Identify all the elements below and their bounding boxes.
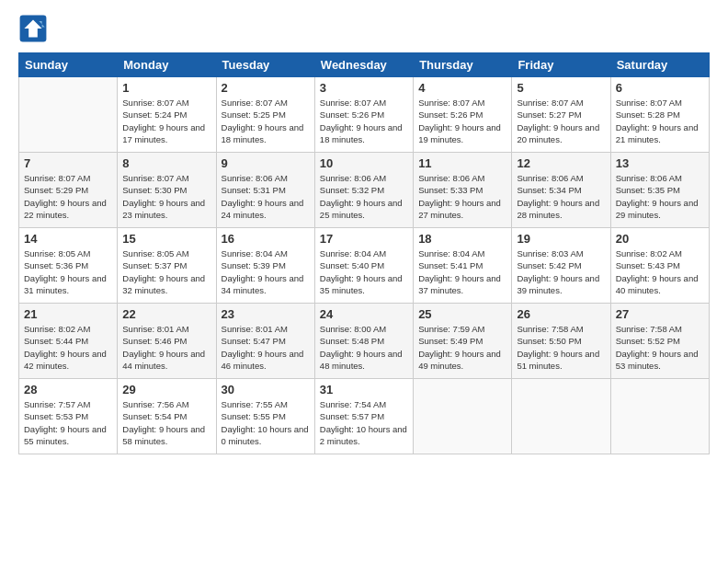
calendar-cell: 8Sunrise: 8:07 AMSunset: 5:30 PMDaylight… xyxy=(118,153,216,228)
day-number: 23 xyxy=(222,307,310,321)
calendar-cell: 30Sunrise: 7:55 AMSunset: 5:55 PMDayligh… xyxy=(216,379,314,454)
day-info: Sunrise: 8:07 AMSunset: 5:30 PMDaylight:… xyxy=(122,172,210,221)
day-number: 2 xyxy=(222,81,310,95)
day-number: 12 xyxy=(517,156,605,170)
week-row-5: 28Sunrise: 7:57 AMSunset: 5:53 PMDayligh… xyxy=(19,379,710,454)
logo xyxy=(18,14,51,43)
day-info: Sunrise: 8:07 AMSunset: 5:25 PMDaylight:… xyxy=(222,97,310,145)
day-info: Sunrise: 8:07 AMSunset: 5:28 PMDaylight:… xyxy=(616,97,704,145)
day-number: 31 xyxy=(320,383,408,396)
day-number: 28 xyxy=(24,383,112,396)
calendar-body: 1Sunrise: 8:07 AMSunset: 5:24 PMDaylight… xyxy=(19,77,710,454)
day-number: 19 xyxy=(517,232,605,246)
logo-icon xyxy=(18,14,48,43)
day-info: Sunrise: 8:07 AMSunset: 5:29 PMDaylight:… xyxy=(24,172,112,221)
calendar-cell xyxy=(512,379,610,454)
day-number: 22 xyxy=(122,307,210,321)
calendar-cell: 28Sunrise: 7:57 AMSunset: 5:53 PMDayligh… xyxy=(19,379,118,454)
day-info: Sunrise: 8:06 AMSunset: 5:31 PMDaylight:… xyxy=(222,172,310,221)
day-info: Sunrise: 8:07 AMSunset: 5:26 PMDaylight:… xyxy=(320,97,408,145)
day-info: Sunrise: 8:04 AMSunset: 5:39 PMDaylight:… xyxy=(222,247,310,296)
header xyxy=(18,14,710,43)
calendar-cell: 20Sunrise: 8:02 AMSunset: 5:43 PMDayligh… xyxy=(610,228,709,304)
day-header-thursday: Thursday xyxy=(414,53,512,77)
day-info: Sunrise: 8:07 AMSunset: 5:27 PMDaylight:… xyxy=(517,97,605,145)
day-header-friday: Friday xyxy=(512,53,610,77)
calendar-cell: 7Sunrise: 8:07 AMSunset: 5:29 PMDaylight… xyxy=(19,153,118,228)
day-info: Sunrise: 8:02 AMSunset: 5:44 PMDaylight:… xyxy=(24,323,112,372)
calendar-cell: 27Sunrise: 7:58 AMSunset: 5:52 PMDayligh… xyxy=(610,304,709,379)
week-row-1: 1Sunrise: 8:07 AMSunset: 5:24 PMDaylight… xyxy=(19,77,710,153)
day-number: 11 xyxy=(418,156,506,170)
day-number: 9 xyxy=(222,156,310,170)
day-number: 18 xyxy=(418,232,506,246)
calendar-cell xyxy=(414,379,512,454)
calendar-cell: 9Sunrise: 8:06 AMSunset: 5:31 PMDaylight… xyxy=(216,153,314,228)
day-info: Sunrise: 8:06 AMSunset: 5:33 PMDaylight:… xyxy=(418,172,506,221)
day-number: 1 xyxy=(122,81,210,95)
calendar-cell: 24Sunrise: 8:00 AMSunset: 5:48 PMDayligh… xyxy=(314,304,413,379)
day-info: Sunrise: 7:58 AMSunset: 5:50 PMDaylight:… xyxy=(517,323,605,372)
day-header-saturday: Saturday xyxy=(610,53,709,77)
calendar-cell: 13Sunrise: 8:06 AMSunset: 5:35 PMDayligh… xyxy=(610,153,709,228)
calendar-cell: 18Sunrise: 8:04 AMSunset: 5:41 PMDayligh… xyxy=(414,228,512,304)
calendar-cell: 29Sunrise: 7:56 AMSunset: 5:54 PMDayligh… xyxy=(118,379,216,454)
day-header-tuesday: Tuesday xyxy=(216,53,314,77)
day-info: Sunrise: 7:54 AMSunset: 5:57 PMDaylight:… xyxy=(320,398,408,447)
week-row-3: 14Sunrise: 8:05 AMSunset: 5:36 PMDayligh… xyxy=(19,228,710,304)
day-info: Sunrise: 7:58 AMSunset: 5:52 PMDaylight:… xyxy=(616,323,704,372)
calendar-cell: 1Sunrise: 8:07 AMSunset: 5:24 PMDaylight… xyxy=(118,77,216,153)
day-header-sunday: Sunday xyxy=(19,53,118,77)
calendar-cell: 2Sunrise: 8:07 AMSunset: 5:25 PMDaylight… xyxy=(216,77,314,153)
day-info: Sunrise: 8:06 AMSunset: 5:35 PMDaylight:… xyxy=(616,172,704,221)
day-info: Sunrise: 8:07 AMSunset: 5:24 PMDaylight:… xyxy=(122,97,210,145)
calendar-cell: 26Sunrise: 7:58 AMSunset: 5:50 PMDayligh… xyxy=(512,304,610,379)
day-number: 27 xyxy=(616,307,704,321)
calendar-cell xyxy=(610,379,709,454)
day-info: Sunrise: 8:01 AMSunset: 5:47 PMDaylight:… xyxy=(222,323,310,372)
day-number: 14 xyxy=(24,232,112,246)
day-number: 3 xyxy=(320,81,408,95)
calendar-cell: 3Sunrise: 8:07 AMSunset: 5:26 PMDaylight… xyxy=(314,77,413,153)
day-number: 25 xyxy=(418,307,506,321)
day-info: Sunrise: 8:05 AMSunset: 5:36 PMDaylight:… xyxy=(24,247,112,296)
calendar-cell: 23Sunrise: 8:01 AMSunset: 5:47 PMDayligh… xyxy=(216,304,314,379)
day-number: 15 xyxy=(122,232,210,246)
calendar-cell: 21Sunrise: 8:02 AMSunset: 5:44 PMDayligh… xyxy=(19,304,118,379)
day-info: Sunrise: 8:00 AMSunset: 5:48 PMDaylight:… xyxy=(320,323,408,372)
day-info: Sunrise: 7:59 AMSunset: 5:49 PMDaylight:… xyxy=(418,323,506,372)
day-info: Sunrise: 8:06 AMSunset: 5:32 PMDaylight:… xyxy=(320,172,408,221)
header-row: SundayMondayTuesdayWednesdayThursdayFrid… xyxy=(19,53,710,77)
day-info: Sunrise: 8:03 AMSunset: 5:42 PMDaylight:… xyxy=(517,247,605,296)
week-row-2: 7Sunrise: 8:07 AMSunset: 5:29 PMDaylight… xyxy=(19,153,710,228)
day-info: Sunrise: 8:07 AMSunset: 5:26 PMDaylight:… xyxy=(418,97,506,145)
day-info: Sunrise: 8:05 AMSunset: 5:37 PMDaylight:… xyxy=(122,247,210,296)
day-header-wednesday: Wednesday xyxy=(314,53,413,77)
day-info: Sunrise: 7:56 AMSunset: 5:54 PMDaylight:… xyxy=(122,398,210,447)
week-row-4: 21Sunrise: 8:02 AMSunset: 5:44 PMDayligh… xyxy=(19,304,710,379)
day-number: 17 xyxy=(320,232,408,246)
calendar-cell: 10Sunrise: 8:06 AMSunset: 5:32 PMDayligh… xyxy=(314,153,413,228)
day-info: Sunrise: 8:02 AMSunset: 5:43 PMDaylight:… xyxy=(616,247,704,296)
day-number: 4 xyxy=(418,81,506,95)
calendar-cell: 25Sunrise: 7:59 AMSunset: 5:49 PMDayligh… xyxy=(414,304,512,379)
calendar-table: SundayMondayTuesdayWednesdayThursdayFrid… xyxy=(18,52,710,454)
calendar-cell: 15Sunrise: 8:05 AMSunset: 5:37 PMDayligh… xyxy=(118,228,216,304)
calendar-cell: 16Sunrise: 8:04 AMSunset: 5:39 PMDayligh… xyxy=(216,228,314,304)
day-number: 10 xyxy=(320,156,408,170)
calendar-cell: 6Sunrise: 8:07 AMSunset: 5:28 PMDaylight… xyxy=(610,77,709,153)
day-number: 6 xyxy=(616,81,704,95)
calendar-cell: 19Sunrise: 8:03 AMSunset: 5:42 PMDayligh… xyxy=(512,228,610,304)
day-info: Sunrise: 7:57 AMSunset: 5:53 PMDaylight:… xyxy=(24,398,112,447)
day-info: Sunrise: 8:04 AMSunset: 5:41 PMDaylight:… xyxy=(418,247,506,296)
day-info: Sunrise: 8:06 AMSunset: 5:34 PMDaylight:… xyxy=(517,172,605,221)
page: SundayMondayTuesdayWednesdayThursdayFrid… xyxy=(0,0,728,563)
day-number: 24 xyxy=(320,307,408,321)
day-number: 13 xyxy=(616,156,704,170)
calendar-cell: 4Sunrise: 8:07 AMSunset: 5:26 PMDaylight… xyxy=(414,77,512,153)
day-info: Sunrise: 8:01 AMSunset: 5:46 PMDaylight:… xyxy=(122,323,210,372)
day-info: Sunrise: 7:55 AMSunset: 5:55 PMDaylight:… xyxy=(222,398,310,447)
day-number: 21 xyxy=(24,307,112,321)
calendar-cell xyxy=(19,77,118,153)
calendar-header: SundayMondayTuesdayWednesdayThursdayFrid… xyxy=(19,53,710,77)
